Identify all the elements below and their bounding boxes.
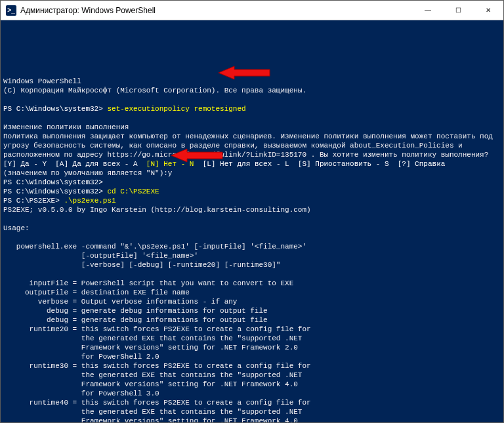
terminal-line: PS C:\Windows\system32> cd C:\PS2EXE: [3, 187, 501, 196]
terminal-line: Политика выполнения защищает компьютер о…: [3, 132, 501, 141]
terminal-output[interactable]: Windows PowerShell(C) Корпорация Майкрос…: [1, 20, 503, 422]
window-title: Администратор: Windows PowerShell: [20, 6, 413, 15]
terminal-line: расположенном по адресу https://go.micro…: [3, 150, 501, 159]
terminal-line: [Y] Да - Y [A] Да для всех - A [N] Нет -…: [3, 159, 501, 169]
terminal-line: debug = generate debug informations for …: [3, 306, 501, 315]
maximize-button[interactable]: ☐: [443, 1, 473, 20]
terminal-line: for PowerShell 2.0: [3, 352, 501, 361]
terminal-line: Framework versions" setting for .NET Fra…: [3, 343, 501, 352]
terminal-line: [3, 95, 501, 104]
terminal-line: runtime30 = this switch forces PS2EXE to…: [3, 361, 501, 371]
terminal-line: PS2EXE; v0.5.0.0 by Ingo Karstein (http:…: [3, 205, 501, 214]
terminal-line: for PowerShell 3.0: [3, 389, 501, 398]
terminal-line: Windows PowerShell: [3, 77, 501, 86]
terminal-line: PS C:\PS2EXE> .\ps2exe.ps1: [3, 196, 501, 205]
terminal-line: powershell.exe -command "&'.\ps2exe.ps1'…: [3, 242, 501, 251]
terminal-line: [3, 214, 501, 224]
terminal-line: Framework versions" setting for .NET Fra…: [3, 380, 501, 389]
terminal-line: Изменение политики выполнения: [3, 123, 501, 132]
terminal-line: [3, 270, 501, 279]
terminal-line: runtime20 = this switch forces PS2EXE to…: [3, 325, 501, 334]
terminal-line: (значением по умолчанию является "N"):y: [3, 169, 501, 178]
minimize-button[interactable]: —: [413, 1, 443, 20]
terminal-line: [-outputFile] '<file_name>': [3, 251, 501, 260]
terminal-line: PS C:\Windows\system32>: [3, 178, 501, 187]
terminal-line: Framework versions" setting for .NET Fra…: [3, 416, 501, 422]
terminal-line: Usage:: [3, 224, 501, 233]
terminal-line: [3, 113, 501, 123]
terminal-line: угрозу безопасность системы, как описано…: [3, 141, 501, 150]
terminal-line: the generated EXE that contains the "sup…: [3, 371, 501, 380]
terminal-line: (C) Корпорация Майкрософт (Microsoft Cor…: [3, 86, 501, 95]
terminal-line: verbose = Output verbose informations - …: [3, 297, 501, 306]
terminal-line: the generated EXE that contains the "sup…: [3, 334, 501, 343]
close-button[interactable]: ✕: [473, 1, 503, 20]
terminal-line: runtime40 = this switch forces PS2EXE to…: [3, 398, 501, 407]
titlebar[interactable]: >_ Администратор: Windows PowerShell — ☐…: [1, 1, 503, 20]
terminal-line: [3, 233, 501, 242]
terminal-line: outputFile = destination EXE file name: [3, 288, 501, 297]
powershell-window: >_ Администратор: Windows PowerShell — ☐…: [0, 0, 504, 423]
window-controls: — ☐ ✕: [413, 1, 503, 20]
terminal-line: the generated EXE that contains the "sup…: [3, 407, 501, 416]
terminal-line: [-verbose] [-debug] [-runtime20] [-runti…: [3, 260, 501, 270]
terminal-line: debug = generate debug informations for …: [3, 315, 501, 325]
terminal-line: PS C:\Windows\system32> set-executionpol…: [3, 104, 501, 113]
terminal-line: inputFile = PowerShell script that you w…: [3, 279, 501, 288]
powershell-icon: >_: [6, 5, 16, 16]
